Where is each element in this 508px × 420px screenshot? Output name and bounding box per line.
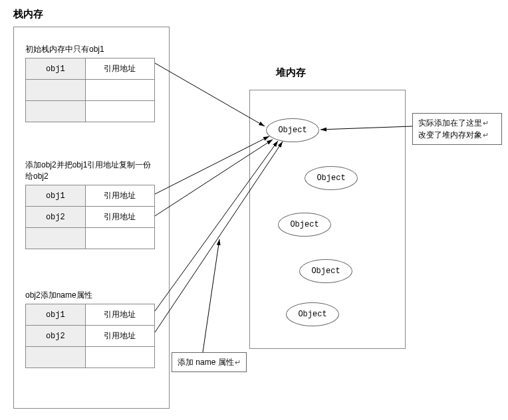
val-cell — [85, 228, 154, 249]
table-row: obj2 引用地址 — [26, 326, 155, 347]
table-row — [26, 228, 155, 249]
var-cell — [26, 80, 86, 101]
heap-object-3: Object — [278, 213, 331, 237]
val-cell: 引用地址 — [85, 185, 154, 207]
arrow-obj1-1 — [155, 63, 265, 126]
stack-memory-title: 栈内存 — [13, 8, 43, 21]
stack-state-2: 添加obj2并把obj1引用地址复制一份给obj2 obj1 引用地址 obj2… — [25, 154, 155, 249]
heap-object-1: Object — [266, 118, 319, 142]
heap-object-5: Object — [286, 302, 339, 326]
stack-state-1: 初始栈内存中只有obj1 obj1 引用地址 — [25, 39, 155, 122]
var-cell: obj2 — [26, 207, 86, 228]
val-cell: 引用地址 — [85, 58, 154, 80]
note-add-name: 添加 name 属性 — [172, 352, 247, 372]
var-cell: obj2 — [26, 326, 86, 347]
table-row — [26, 101, 155, 122]
table-row — [26, 347, 155, 368]
stack-table-1: obj1 引用地址 — [25, 58, 155, 122]
arrow-note-add — [203, 239, 219, 352]
var-cell: obj1 — [26, 304, 86, 326]
stack-table-3: obj1 引用地址 obj2 引用地址 — [25, 304, 155, 368]
heap-object-2: Object — [305, 166, 358, 190]
heap-object-4: Object — [299, 259, 352, 283]
table-row — [26, 80, 155, 101]
var-cell — [26, 101, 86, 122]
var-cell — [26, 228, 86, 249]
table-row: obj1 引用地址 — [26, 185, 155, 207]
stack-state-1-caption: 初始栈内存中只有obj1 — [25, 44, 155, 55]
table-row: obj2 引用地址 — [26, 207, 155, 228]
val-cell: 引用地址 — [85, 207, 154, 228]
val-cell — [85, 80, 154, 101]
val-cell: 引用地址 — [85, 326, 154, 347]
var-cell — [26, 347, 86, 368]
table-row: obj1 引用地址 — [26, 58, 155, 80]
note-line-1: 实际添加在了这里 — [418, 118, 489, 128]
val-cell: 引用地址 — [85, 304, 154, 326]
val-cell — [85, 101, 154, 122]
val-cell — [85, 347, 154, 368]
note-line-2: 改变了堆内存对象 — [418, 130, 489, 140]
stack-state-3: obj2添加name属性 obj1 引用地址 obj2 引用地址 — [25, 284, 155, 368]
stack-table-2: obj1 引用地址 obj2 引用地址 — [25, 185, 155, 249]
var-cell: obj1 — [26, 58, 86, 80]
stack-state-2-caption: 添加obj2并把obj1引用地址复制一份给obj2 — [25, 159, 155, 182]
note-add-text: 添加 name 属性 — [178, 358, 241, 367]
heap-memory-title: 堆内存 — [276, 66, 306, 79]
stack-state-3-caption: obj2添加name属性 — [25, 290, 155, 301]
table-row: obj1 引用地址 — [26, 304, 155, 326]
note-actual-added: 实际添加在了这里 改变了堆内存对象 — [412, 113, 502, 145]
var-cell: obj1 — [26, 185, 86, 207]
